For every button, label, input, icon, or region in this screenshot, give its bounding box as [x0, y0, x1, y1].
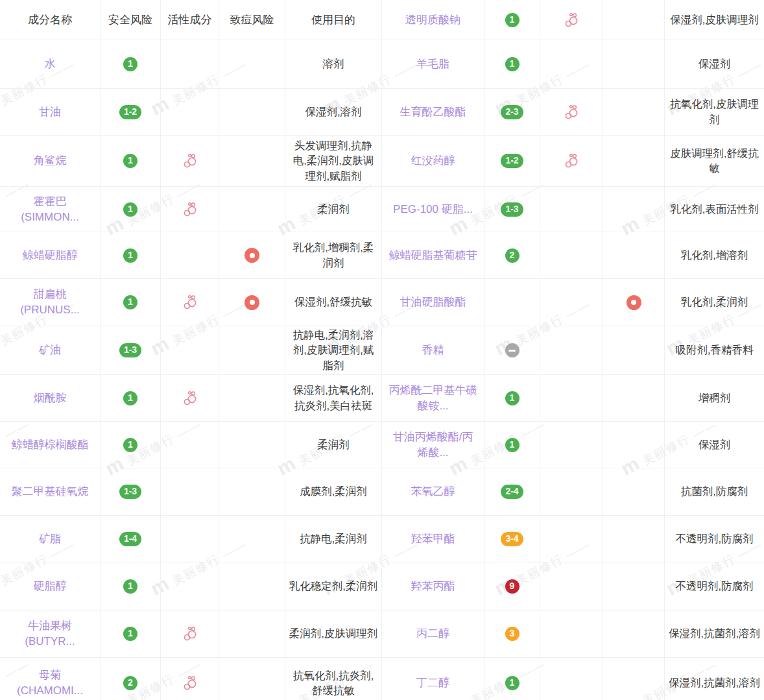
column-header-active-ingredient: 活性成分 — [161, 0, 219, 40]
acne-risk-cell — [219, 187, 285, 232]
ingredient-name-link[interactable]: 聚二甲基硅氧烷 — [0, 468, 101, 516]
ingredient-name-link[interactable]: 丁二醇 — [382, 658, 484, 700]
safety-risk-cell: 2 — [101, 658, 161, 700]
safety-risk-cell: 1-2 — [484, 136, 540, 187]
ingredient-name-link[interactable]: 红没药醇 — [382, 136, 484, 187]
ingredient-name-text: 霍霍巴 (SIMMON... — [6, 194, 93, 225]
acne-risk-cell — [603, 89, 665, 136]
ingredient-name-link[interactable]: 鲸蜡硬脂醇 — [0, 232, 101, 279]
safety-risk-cell: 1 — [101, 422, 161, 468]
ingredient-name-text: 甘油 — [39, 104, 61, 120]
molecule-icon — [563, 12, 580, 29]
ingredient-name-text: 矿油 — [39, 343, 61, 358]
usage-purpose-text: 抗氧化剂,皮肤调理剂 — [665, 89, 764, 136]
active-ingredient-cell — [540, 658, 603, 700]
safety-risk-badge: 3-4 — [501, 532, 523, 546]
acne-risk-cell — [603, 40, 665, 89]
ingredient-name-link[interactable]: 烟酰胺 — [0, 375, 101, 422]
acne-risk-cell — [603, 658, 665, 700]
safety-risk-badge: 1 — [123, 295, 137, 309]
active-ingredient-cell — [161, 232, 219, 279]
ingredient-name-link[interactable]: 鲸蜡醇棕榈酸酯 — [0, 422, 101, 468]
ingredient-name-link[interactable]: PEG-100 硬脂... — [382, 187, 484, 232]
safety-risk-cell: 1 — [101, 279, 161, 326]
safety-risk-cell: 1 — [101, 136, 161, 187]
ingredient-name-link[interactable]: 母菊 (CHAMOMI... — [0, 658, 101, 700]
ingredient-name-link[interactable]: 丙二醇 — [382, 610, 484, 658]
ingredient-name-text: 矿脂 — [39, 531, 61, 547]
ingredient-name-text: PEG-100 硬脂... — [393, 202, 473, 217]
usage-purpose-text: 保湿剂,抗菌剂,溶剂 — [665, 658, 764, 700]
safety-risk-badge: 1 — [123, 154, 137, 168]
ingredient-name-text: 甘油硬脂酸酯 — [400, 295, 466, 310]
ingredient-name-text: 角鲨烷 — [34, 153, 67, 169]
ingredient-name-link[interactable]: 透明质酸钠 — [382, 0, 484, 40]
usage-purpose-text: 柔润剂 — [285, 422, 382, 468]
ingredient-name-link[interactable]: 甘油硬脂酸酯 — [382, 279, 484, 326]
safety-risk-badge: 9 — [505, 579, 519, 594]
ingredient-name-text: 鲸蜡硬脂基葡糖苷 — [389, 248, 477, 263]
ingredient-name-link[interactable]: 羊毛脂 — [382, 40, 484, 89]
usage-purpose-text: 成膜剂,柔润剂 — [285, 468, 382, 516]
ingredient-name-text: 硬脂醇 — [34, 579, 67, 594]
active-ingredient-cell — [540, 422, 603, 468]
acne-risk-cell — [603, 187, 665, 232]
ingredient-name-link[interactable]: 霍霍巴 (SIMMON... — [0, 187, 101, 232]
ingredient-name-link[interactable]: 生育酚乙酸酯 — [382, 89, 484, 136]
safety-risk-cell: 2 — [484, 232, 540, 279]
ingredient-name-link[interactable]: 羟苯丙酯 — [382, 562, 484, 610]
safety-risk-badge: 1 — [505, 57, 519, 71]
safety-risk-badge: 1-3 — [119, 343, 141, 357]
ingredient-name-text: 母菊 (CHAMOMI... — [6, 668, 93, 699]
ingredient-name-link[interactable]: 牛油果树 (BUTYR... — [0, 610, 101, 658]
ingredient-name-link[interactable]: 羟苯甲酯 — [382, 516, 484, 562]
acne-risk-cell — [219, 610, 285, 658]
safety-risk-cell: 1-3 — [101, 468, 161, 516]
ingredient-name-text: 丙烯酰二甲基牛磺酸铵... — [388, 383, 477, 414]
ingredient-name-text: 聚二甲基硅氧烷 — [12, 484, 89, 500]
safety-risk-cell: 9 — [484, 562, 540, 610]
usage-purpose-text: 柔润剂 — [285, 187, 382, 232]
safety-risk-badge: 1 — [505, 676, 519, 690]
ingredient-name-link[interactable]: 鲸蜡硬脂基葡糖苷 — [382, 232, 484, 279]
safety-risk-cell: 1 — [484, 422, 540, 468]
active-ingredient-cell — [540, 375, 603, 422]
ingredient-name-text: 水 — [45, 56, 56, 72]
active-ingredient-cell — [161, 89, 219, 136]
ingredient-name-text: 红没药醇 — [411, 153, 455, 169]
safety-risk-badge: 3 — [505, 627, 519, 641]
ingredient-name-link[interactable]: 角鲨烷 — [0, 136, 101, 187]
acne-risk-cell — [603, 326, 665, 375]
ingredient-name-link[interactable]: 甜扁桃 (PRUNUS... — [0, 279, 101, 326]
safety-risk-badge: 2-4 — [501, 485, 523, 499]
safety-risk-cell: 2-3 — [484, 89, 540, 136]
ingredient-name-link[interactable]: 水 — [0, 40, 101, 89]
active-ingredient-cell — [540, 89, 603, 136]
ingredient-name-link[interactable]: 苯氧乙醇 — [382, 468, 484, 516]
ingredient-name-text: 牛油果树 (BUTYR... — [6, 618, 93, 649]
ingredient-name-link[interactable]: 硬脂醇 — [0, 562, 101, 610]
active-ingredient-cell — [540, 562, 603, 610]
safety-risk-cell: 1 — [484, 658, 540, 700]
ingredient-name-text: 烟酰胺 — [34, 391, 67, 406]
ingredient-name-link[interactable]: 甘油 — [0, 89, 101, 136]
usage-purpose-text: 不透明剂,防腐剂 — [665, 516, 764, 562]
acne-risk-cell — [219, 326, 285, 375]
ingredient-name-text: 甜扁桃 (PRUNUS... — [6, 287, 93, 318]
ingredient-name-text: 苯氧乙醇 — [411, 484, 455, 500]
active-ingredient-cell — [161, 326, 219, 375]
ingredient-name-link[interactable]: 甘油丙烯酸酯/丙烯酸... — [382, 422, 484, 468]
safety-risk-cell: 1 — [101, 232, 161, 279]
ingredient-name-link[interactable]: 香精 — [382, 326, 484, 375]
acne-risk-cell — [603, 375, 665, 422]
safety-risk-badge: 2 — [123, 676, 137, 690]
safety-risk-badge: 1-2 — [119, 105, 141, 119]
ingredient-name-link[interactable]: 矿油 — [0, 326, 101, 375]
active-ingredient-cell — [161, 516, 219, 562]
ingredient-name-link[interactable]: 矿脂 — [0, 516, 101, 562]
acne-risk-cell — [219, 562, 285, 610]
safety-risk-badge: 1-3 — [119, 485, 141, 499]
safety-risk-cell: 1 — [484, 40, 540, 89]
ingredient-name-link[interactable]: 丙烯酰二甲基牛磺酸铵... — [382, 375, 484, 422]
acne-risk-cell — [603, 136, 665, 187]
